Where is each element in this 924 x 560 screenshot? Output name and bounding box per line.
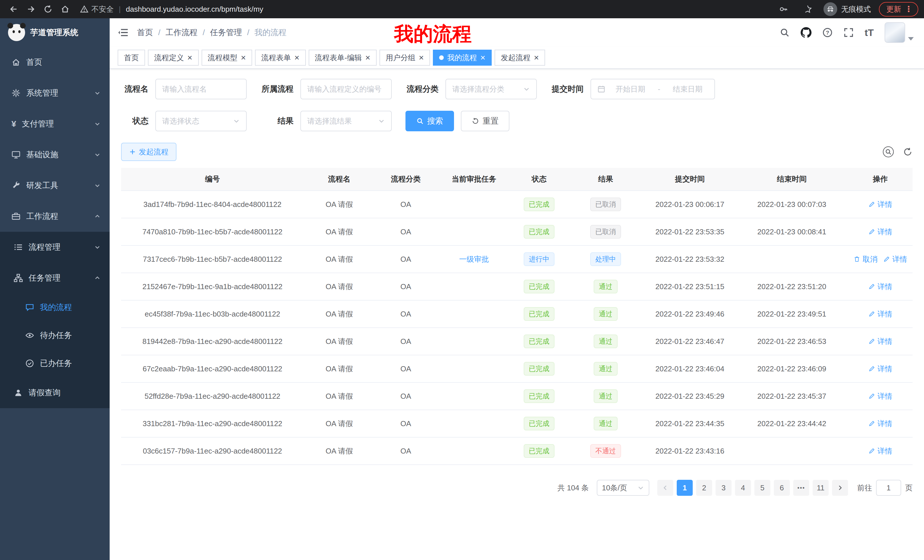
github-icon[interactable] xyxy=(801,27,812,38)
chevron-up-icon xyxy=(94,275,100,281)
menu-kebab-icon[interactable]: ⋮ xyxy=(904,5,913,13)
close-icon[interactable]: × xyxy=(188,53,192,62)
reload-icon[interactable] xyxy=(40,2,56,16)
category-select[interactable]: 请选择流程分类 xyxy=(446,79,537,99)
user-menu[interactable] xyxy=(885,22,914,43)
close-icon[interactable]: × xyxy=(534,53,539,62)
sidebar-item-task-mgmt[interactable]: 任务管理 xyxy=(0,263,110,293)
detail-link[interactable]: 详情 xyxy=(868,227,892,237)
breadcrumb-workflow[interactable]: 工作流程 xyxy=(166,27,198,38)
sidebar-item-process-mgmt[interactable]: 流程管理 xyxy=(0,232,110,263)
chat-bubble-icon xyxy=(25,303,34,312)
app-logo-row[interactable]: 芋道管理系统 xyxy=(0,18,110,47)
avatar[interactable] xyxy=(885,22,905,43)
next-page-button[interactable] xyxy=(832,480,848,496)
key-icon[interactable] xyxy=(776,2,792,16)
detail-link[interactable]: 详情 xyxy=(868,309,892,319)
owner-process-input[interactable] xyxy=(307,85,385,94)
tab-my-process[interactable]: 我的流程× xyxy=(433,49,492,66)
page-button[interactable]: 1 xyxy=(677,480,693,496)
tab-process-model[interactable]: 流程模型× xyxy=(202,49,252,66)
detail-link[interactable]: 详情 xyxy=(868,446,892,456)
create-process-button[interactable]: 发起流程 xyxy=(121,143,177,161)
search-icon[interactable] xyxy=(780,27,790,38)
home-icon[interactable] xyxy=(57,2,73,16)
security-label: 不安全 xyxy=(92,4,114,14)
hamburger-icon[interactable] xyxy=(113,22,134,43)
close-icon[interactable]: × xyxy=(419,53,424,62)
forward-icon[interactable] xyxy=(23,2,39,16)
page-size-select[interactable]: 10条/页 xyxy=(597,480,650,496)
tab-start-process[interactable]: 发起流程× xyxy=(495,49,545,66)
reset-button[interactable]: 重置 xyxy=(461,111,509,131)
status-select[interactable]: 请选择状态 xyxy=(155,111,247,131)
close-icon[interactable]: × xyxy=(480,53,485,62)
status-badge: 已完成 xyxy=(524,280,555,293)
process-name-input[interactable] xyxy=(162,85,240,94)
back-icon[interactable] xyxy=(6,2,22,16)
sidebar-item-system[interactable]: 系统管理 xyxy=(0,78,110,108)
result-select[interactable]: 请选择流结果 xyxy=(300,111,392,131)
close-icon[interactable]: × xyxy=(294,53,300,62)
table-header-row: 编号 流程名 流程分类 当前审批任务 状态 结果 提交时间 结束时间 操作 xyxy=(121,168,913,191)
detail-link[interactable]: 详情 xyxy=(883,254,907,264)
tab-user-group[interactable]: 用户分组× xyxy=(380,49,430,66)
prev-page-button[interactable] xyxy=(657,480,673,496)
sidebar-item-done-tasks[interactable]: 已办任务 xyxy=(0,349,110,377)
cancel-link[interactable]: 取消 xyxy=(854,254,878,264)
yen-icon: ¥ xyxy=(11,119,16,129)
chevron-down-icon xyxy=(523,85,530,93)
home-menu-icon xyxy=(11,58,21,67)
close-icon[interactable]: × xyxy=(365,53,370,62)
sidebar-item-my-process[interactable]: 我的流程 xyxy=(0,293,110,321)
more-pages-button[interactable]: ••• xyxy=(793,480,809,496)
page-button[interactable]: 2 xyxy=(696,480,712,496)
tab-home[interactable]: 首页 xyxy=(118,49,145,66)
sidebar-item-payment[interactable]: ¥ 支付管理 xyxy=(0,108,110,139)
status-badge: 已完成 xyxy=(524,225,555,239)
incognito-chip[interactable]: 无痕模式 xyxy=(824,2,871,16)
tab-process-definition[interactable]: 流程定义× xyxy=(148,49,199,66)
bookmark-star-icon[interactable] xyxy=(800,2,816,16)
show-search-icon[interactable] xyxy=(882,146,894,158)
app-title: 芋道管理系统 xyxy=(30,27,78,38)
detail-link[interactable]: 详情 xyxy=(868,199,892,210)
close-icon[interactable]: × xyxy=(241,53,246,62)
tab-process-form[interactable]: 流程表单× xyxy=(255,49,306,66)
svg-text:?: ? xyxy=(826,30,829,36)
sidebar-item-workflow[interactable]: 工作流程 xyxy=(0,201,110,232)
sidebar-item-home[interactable]: 首页 xyxy=(0,47,110,78)
help-icon[interactable]: ? xyxy=(822,27,832,38)
table-row: ec45f38f-7b9a-11ec-b03b-acde48001122 OA … xyxy=(121,300,913,328)
breadcrumb-home[interactable]: 首页 xyxy=(137,27,153,38)
search-button[interactable]: 搜索 xyxy=(405,111,454,131)
sidebar-item-devtools[interactable]: 研发工具 xyxy=(0,170,110,201)
breadcrumb-task-mgmt[interactable]: 任务管理 xyxy=(210,27,242,38)
detail-link[interactable]: 详情 xyxy=(868,364,892,374)
refresh-icon[interactable] xyxy=(903,147,913,157)
page-button[interactable]: 5 xyxy=(754,480,770,496)
detail-link[interactable]: 详情 xyxy=(868,282,892,292)
detail-link[interactable]: 详情 xyxy=(868,337,892,346)
pagination: 共 104 条 10条/页 1 2 3 4 5 6 ••• 11 前往 页 xyxy=(121,480,913,508)
page-button[interactable]: 6 xyxy=(774,480,790,496)
sidebar-item-leave-query[interactable]: 请假查询 xyxy=(0,377,110,408)
breadcrumb: 首页 / 工作流程 / 任务管理 / 我的流程 xyxy=(137,27,286,38)
sidebar-item-infra[interactable]: 基础设施 xyxy=(0,139,110,170)
font-size-icon[interactable]: tT xyxy=(865,27,874,38)
detail-link[interactable]: 详情 xyxy=(868,419,892,429)
goto-page-input[interactable] xyxy=(876,480,901,496)
tab-process-form-edit[interactable]: 流程表单-编辑× xyxy=(309,49,376,66)
detail-link[interactable]: 详情 xyxy=(868,391,892,401)
active-dot xyxy=(439,55,444,60)
sidebar-item-todo-tasks[interactable]: 待办任务 xyxy=(0,321,110,349)
page-button[interactable]: 4 xyxy=(735,480,751,496)
page-button[interactable]: 11 xyxy=(813,480,829,496)
address-bar[interactable]: 不安全 | dashboard.yudao.iocoder.cn/bpm/tas… xyxy=(80,4,263,14)
sidebar: 芋道管理系统 首页 系统管理 ¥ 支付管理 基础设施 xyxy=(0,18,110,560)
update-button[interactable]: 更新 ⋮ xyxy=(879,2,918,16)
page-button[interactable]: 3 xyxy=(716,480,732,496)
submit-time-range[interactable]: 开始日期 - 结束日期 xyxy=(591,79,715,99)
current-task-link[interactable]: 一级审批 xyxy=(459,254,489,264)
fullscreen-icon[interactable] xyxy=(843,27,854,38)
